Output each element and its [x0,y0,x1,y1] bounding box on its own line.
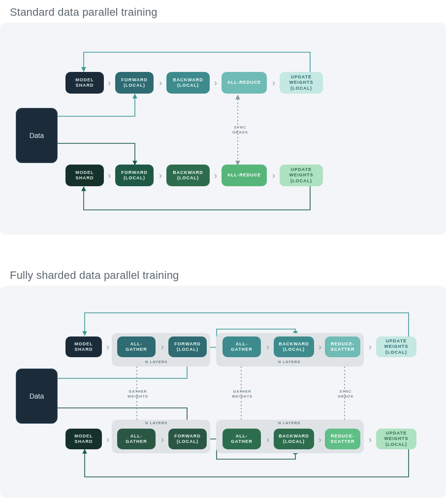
fsdp-top-reduce-scatter: REDUCE- SCATTER [325,336,360,357]
std-bot-update: UPDATE WEIGHTS (LOCAL) [280,165,323,186]
n-layers-label: N LAYERS [278,360,300,364]
chevron-right-icon: › [106,435,109,445]
label: UPDATE WEIGHTS (LOCAL) [289,74,314,91]
fsdp-top-update: UPDATE WEIGHTS (LOCAL) [376,336,416,357]
label: REDUCE- SCATTER [331,341,355,353]
fsdp-bot-reduce-scatter: REDUCE- SCATTER [325,429,360,449]
label: UPDATE WEIGHTS (LOCAL) [289,167,314,184]
chevron-right-icon: › [266,435,269,445]
sync-grads-label: SYNC GRADS [230,125,250,135]
sync-grads-label: SYNC GRADS [336,389,355,399]
data-label: Data [30,392,44,400]
std-top-all-reduce: ALL-REDUCE [222,72,267,94]
label: ALL- GATHER [231,341,252,353]
fsdp-bot-update: UPDATE WEIGHTS (LOCAL) [376,429,416,449]
standard-panel: Data MODEL SHARD › FORWARD (LOCAL) › BAC… [0,23,446,235]
fsdp-top-all-gather-bwd: ALL- GATHER [223,336,261,357]
label: ALL- GATHER [126,341,147,353]
label: BACKWARD (LOCAL) [173,77,203,89]
chevron-right-icon: › [369,435,372,445]
label: BACKWARD (LOCAL) [279,434,309,445]
chevron-right-icon: › [159,170,162,181]
label: MODEL SHARD [74,341,93,353]
gather-weights-label: GATHER WEIGHTS [126,389,150,399]
n-layers-label: N LAYERS [145,421,167,425]
fsdp-panel: N LAYERS N LAYERS N LAYERS N LAYERS Data… [0,286,446,498]
fsdp-top-model-shard: MODEL SHARD [65,336,102,357]
chevron-right-icon: › [108,170,111,181]
std-bot-all-reduce: ALL-REDUCE [222,165,267,186]
label: FORWARD (LOCAL) [174,434,200,445]
data-source: Data [16,369,58,424]
std-bot-forward: FORWARD (LOCAL) [115,165,154,186]
fsdp-connectors [0,286,446,498]
fsdp-top-all-gather-fwd: ALL- GATHER [117,336,156,357]
chevron-right-icon: › [319,435,321,445]
chevron-right-icon: › [108,78,111,88]
fsdp-bot-forward: FORWARD (LOCAL) [168,429,207,449]
n-layers-label: N LAYERS [278,421,300,425]
std-top-model-shard: MODEL SHARD [65,72,104,94]
chevron-right-icon: › [272,170,275,181]
chevron-right-icon: › [159,78,162,88]
label: ALL-REDUCE [227,80,261,85]
fsdp-top-backward: BACKWARD (LOCAL) [274,336,314,357]
label: MODEL SHARD [74,434,93,445]
label: ALL- GATHER [231,434,252,445]
std-top-forward: FORWARD (LOCAL) [115,72,154,94]
chevron-right-icon: › [161,342,164,352]
fsdp-bot-all-gather-fwd: ALL- GATHER [117,429,156,449]
chevron-right-icon: › [106,342,109,352]
fsdp-top-forward: FORWARD (LOCAL) [168,336,207,357]
label: BACKWARD (LOCAL) [173,170,203,181]
n-layers-label: N LAYERS [145,360,167,364]
fsdp-bot-model-shard: MODEL SHARD [65,429,102,449]
chevron-right-icon: › [319,342,321,352]
label: MODEL SHARD [75,77,94,89]
label: ALL- GATHER [126,434,147,445]
label: REDUCE- SCATTER [331,434,355,445]
fsdp-bot-all-gather-bwd: ALL- GATHER [223,429,261,449]
label: MODEL SHARD [75,170,94,181]
label: FORWARD (LOCAL) [174,341,200,353]
section-title-standard: Standard data parallel training [10,6,446,19]
chevron-right-icon: › [214,78,217,88]
section-title-fsdp: Fully sharded data parallel training [10,269,446,282]
standard-connectors [0,23,446,235]
fsdp-bot-backward: BACKWARD (LOCAL) [274,429,314,449]
gather-weights-label: GATHER WEIGHTS [230,389,254,399]
label: ALL-REDUCE [227,172,261,178]
label: FORWARD (LOCAL) [121,170,147,181]
std-top-backward: BACKWARD (LOCAL) [166,72,210,94]
chevron-right-icon: › [161,435,164,445]
std-top-update: UPDATE WEIGHTS (LOCAL) [280,72,323,94]
label: BACKWARD (LOCAL) [279,341,309,353]
chevron-right-icon: › [369,342,372,352]
label: FORWARD (LOCAL) [121,77,147,89]
chevron-right-icon: › [272,78,275,88]
chevron-right-icon: › [214,170,217,181]
std-bot-model-shard: MODEL SHARD [65,165,104,186]
data-source: Data [16,108,58,163]
data-label: Data [30,132,44,139]
label: UPDATE WEIGHTS (LOCAL) [384,338,409,355]
std-bot-backward: BACKWARD (LOCAL) [166,165,210,186]
label: UPDATE WEIGHTS (LOCAL) [384,431,409,447]
chevron-right-icon: › [266,342,269,352]
